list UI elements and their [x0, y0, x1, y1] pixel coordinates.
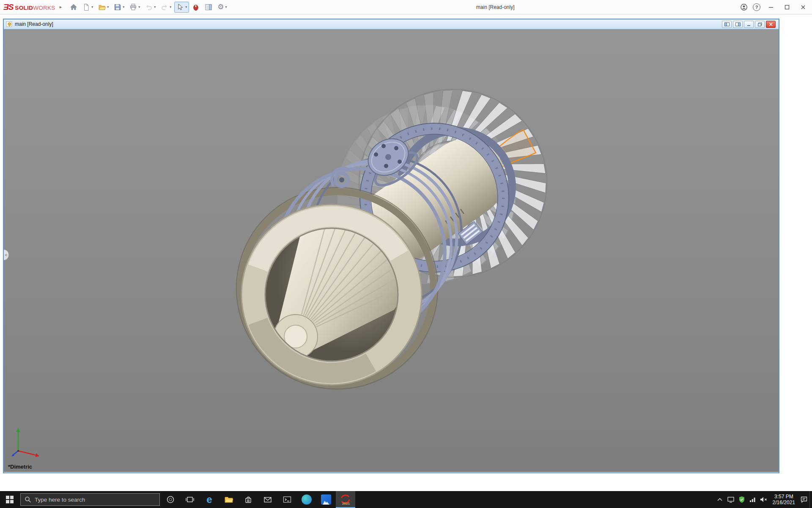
select-cursor-icon	[176, 3, 184, 11]
redo-icon	[161, 3, 168, 11]
doc-restore-button[interactable]	[755, 21, 765, 28]
chevron-down-icon[interactable]: ▾	[185, 5, 187, 9]
photos-icon	[321, 494, 331, 505]
task-view-button[interactable]	[180, 491, 200, 508]
taskbar-app-store[interactable]	[239, 491, 258, 508]
solidworks-version-badge: 2021	[342, 502, 350, 505]
windows-taskbar: e	[0, 491, 812, 508]
network-icon	[749, 496, 756, 503]
task-pane-button[interactable]	[203, 2, 214, 13]
undo-button[interactable]: ▾	[143, 2, 158, 13]
chevron-down-icon[interactable]: ▾	[170, 5, 171, 9]
solidworks-logo: ƎS SOLID WORKS	[3, 3, 55, 12]
task-pane-icon	[205, 3, 212, 11]
doc-pane-left-button[interactable]	[722, 21, 732, 28]
options-button[interactable]: ⚙ ▾	[215, 2, 229, 13]
taskbar-app-file-explorer[interactable]	[219, 491, 239, 508]
brand-solid-text: SOLID	[15, 5, 33, 11]
undo-icon	[145, 3, 153, 11]
terminal-icon	[283, 496, 291, 503]
orientation-triad[interactable]	[10, 425, 44, 459]
taskbar-app-terminal[interactable]	[277, 491, 297, 508]
gear-icon: ⚙	[217, 3, 224, 11]
front-shell	[241, 204, 422, 385]
task-view-icon	[186, 496, 194, 503]
taskbar-app-edge[interactable]: e	[200, 491, 219, 508]
chevron-down-icon[interactable]: ▾	[123, 5, 124, 9]
volume-muted-icon	[760, 496, 768, 503]
document-window: main [Read-only]	[3, 19, 779, 473]
doc-minimize-button[interactable]	[744, 21, 754, 28]
show-desktop-button[interactable]	[809, 491, 812, 508]
app-close-button[interactable]	[798, 0, 809, 14]
select-tool-button[interactable]: ▾	[174, 2, 189, 13]
doc-close-button[interactable]	[766, 21, 776, 28]
hidden-icons-button[interactable]	[714, 491, 725, 508]
application-client-area: main [Read-only]	[0, 14, 812, 491]
engine-model[interactable]	[4, 29, 779, 472]
edge-icon: e	[206, 494, 212, 505]
clock-date: 2/16/2021	[773, 500, 795, 505]
home-icon	[70, 3, 77, 11]
taskbar-app-photos[interactable]	[316, 491, 336, 508]
home-button[interactable]	[68, 2, 80, 13]
redo-button[interactable]: ▾	[159, 2, 173, 13]
clock-time: 3:57 PM	[774, 494, 793, 500]
y-axis-arrow	[16, 428, 20, 432]
taskbar-search[interactable]	[20, 493, 160, 506]
tray-display-icon[interactable]	[725, 491, 736, 508]
quick-access-toolbar: ▾ ▾ ▾ ▾ ▾	[68, 2, 229, 13]
brand-works-text: WORKS	[33, 5, 55, 11]
chevron-up-icon	[717, 497, 723, 502]
tray-volume-icon[interactable]	[758, 491, 769, 508]
minimize-icon	[746, 22, 752, 26]
minimize-icon	[768, 5, 774, 10]
open-folder-icon	[98, 3, 106, 11]
chevron-down-icon[interactable]: ▾	[107, 5, 109, 9]
save-button[interactable]: ▾	[112, 2, 126, 13]
taskbar-app-solidworks[interactable]: 2021	[336, 491, 355, 508]
account-icon[interactable]	[740, 3, 748, 11]
tray-network-icon[interactable]	[747, 491, 758, 508]
graphics-viewport[interactable]: *Dimetric	[4, 29, 779, 472]
action-center-button[interactable]	[798, 491, 809, 508]
close-icon	[801, 5, 806, 10]
save-icon	[114, 3, 121, 11]
action-center-icon	[800, 496, 808, 503]
app-maximize-button[interactable]	[782, 0, 793, 14]
start-button[interactable]	[0, 491, 19, 508]
taskbar-app-mail[interactable]	[258, 491, 277, 508]
cortana-button[interactable]	[161, 491, 180, 508]
chevron-down-icon[interactable]: ▾	[225, 5, 227, 9]
new-document-button[interactable]: ▾	[80, 2, 95, 13]
close-icon	[768, 22, 774, 26]
chevron-down-icon[interactable]: ▾	[91, 5, 93, 9]
mouse-gestures-button[interactable]	[190, 2, 202, 13]
pane-left-icon	[724, 22, 730, 26]
document-window-controls	[722, 21, 776, 28]
taskbar-app-edge-dev[interactable]	[297, 491, 316, 508]
app-window-controls: ?	[740, 0, 809, 14]
document-title: main [Read-only]	[15, 21, 53, 27]
help-icon[interactable]: ?	[753, 3, 760, 11]
menu-expand-arrow-icon[interactable]: ▸	[60, 4, 62, 10]
document-title-bar[interactable]: main [Read-only]	[4, 19, 779, 29]
print-button[interactable]: ▾	[127, 2, 142, 13]
pane-right-icon	[735, 22, 741, 26]
assembly-document-icon	[6, 21, 13, 28]
tray-security-icon[interactable]	[736, 491, 747, 508]
search-input[interactable]	[35, 497, 156, 503]
taskbar-clock[interactable]: 3:57 PM 2/16/2021	[769, 494, 798, 505]
system-tray: 3:57 PM 2/16/2021	[714, 491, 812, 508]
app-window-title: main [Read-only]	[476, 4, 515, 10]
edge-dev-icon	[302, 494, 312, 505]
windows-logo-icon	[6, 496, 14, 503]
view-orientation-label: *Dimetric	[8, 464, 32, 470]
chevron-down-icon[interactable]: ▾	[154, 5, 156, 9]
app-minimize-button[interactable]	[765, 0, 776, 14]
doc-pane-right-button[interactable]	[733, 21, 743, 28]
cortana-icon	[166, 495, 175, 504]
chevron-down-icon[interactable]: ▾	[138, 5, 140, 9]
open-button[interactable]: ▾	[96, 2, 111, 13]
mail-icon	[263, 496, 272, 503]
